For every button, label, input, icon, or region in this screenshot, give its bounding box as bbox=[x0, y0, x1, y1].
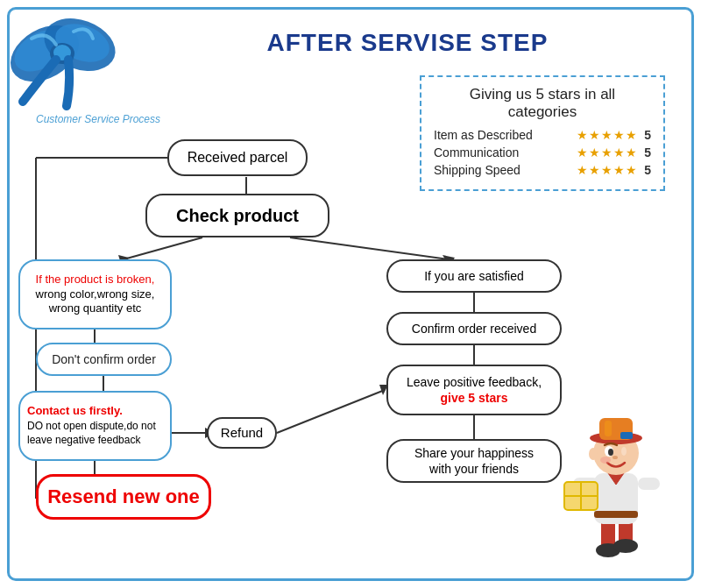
confirm-order-box: Confirm order received bbox=[386, 312, 562, 345]
dont-confirm-box: Don't confirm order bbox=[36, 343, 172, 376]
broken-product-box: If the product is broken, wrong color,wr… bbox=[18, 259, 172, 329]
shipping-num: 5 bbox=[641, 163, 651, 177]
feedback-red-text: give 5 stars bbox=[440, 390, 507, 406]
cs-process-label: Customer Service Process bbox=[36, 113, 160, 125]
svg-line-10 bbox=[124, 237, 202, 259]
item-stars: ★★★★★ bbox=[577, 128, 638, 142]
satisfied-box: If you are satisfied bbox=[386, 259, 562, 293]
contact-red-text: Contact us firstly. bbox=[27, 404, 123, 419]
svg-point-51 bbox=[621, 447, 627, 456]
satisfied-text: If you are satisfied bbox=[424, 268, 524, 284]
svg-point-52 bbox=[612, 456, 618, 459]
resend-text: Resend new one bbox=[47, 485, 200, 510]
bow-decoration bbox=[5, 5, 128, 110]
svg-point-50 bbox=[608, 449, 613, 456]
outer-border: AFTER SERVISE STEP Giving us 5 stars in … bbox=[7, 7, 694, 581]
dont-confirm-text: Don't confirm order bbox=[52, 351, 156, 367]
svg-rect-43 bbox=[638, 478, 660, 490]
svg-rect-38 bbox=[594, 511, 638, 518]
svg-line-12 bbox=[290, 237, 448, 259]
contact-box: Contact us firstly. DO not open dispute,… bbox=[18, 391, 172, 461]
svg-line-20 bbox=[277, 390, 385, 433]
shipping-label: Shipping Speed bbox=[434, 163, 520, 177]
delivery-person-illustration bbox=[556, 390, 669, 565]
shipping-stars: ★★★★★ bbox=[577, 163, 638, 177]
refund-text: Refund bbox=[221, 424, 263, 442]
broken-black-text: wrong color,wrong size,wrong quantity et… bbox=[36, 287, 155, 317]
page-title: AFTER SERVISE STEP bbox=[141, 29, 674, 57]
stars-box: Giving us 5 stars in all categories Item… bbox=[420, 75, 665, 191]
share-text: Share your happinesswith your friends bbox=[414, 445, 534, 477]
feedback-black-text: Leave positive feedback, bbox=[407, 374, 542, 390]
resend-box: Resend new one bbox=[36, 474, 211, 520]
refund-box: Refund bbox=[207, 417, 277, 449]
star-row-item: Item as Described ★★★★★ 5 bbox=[434, 128, 651, 142]
item-described-label: Item as Described bbox=[434, 128, 533, 142]
feedback-box: Leave positive feedback, give 5 stars bbox=[386, 365, 562, 415]
confirm-order-text: Confirm order received bbox=[412, 321, 536, 337]
communication-stars: ★★★★★ bbox=[577, 145, 638, 159]
svg-rect-48 bbox=[620, 432, 633, 439]
contact-black-text: DO not open dispute,do notleave negative… bbox=[27, 419, 156, 449]
stars-title: Giving us 5 stars in all categories bbox=[434, 86, 651, 121]
star-row-shipping: Shipping Speed ★★★★★ 5 bbox=[434, 163, 651, 177]
communication-num: 5 bbox=[641, 145, 651, 159]
received-parcel-box: Received parcel bbox=[167, 139, 308, 176]
svg-point-54 bbox=[589, 448, 598, 460]
svg-point-53 bbox=[600, 457, 611, 464]
check-product-text: Check product bbox=[176, 204, 299, 227]
share-box: Share your happinesswith your friends bbox=[386, 439, 562, 483]
received-parcel-text: Received parcel bbox=[188, 149, 288, 167]
broken-red-text: If the product is broken, bbox=[36, 273, 155, 287]
item-num: 5 bbox=[641, 128, 651, 142]
star-row-communication: Communication ★★★★★ 5 bbox=[434, 145, 651, 159]
check-product-box: Check product bbox=[145, 194, 329, 237]
communication-label: Communication bbox=[434, 145, 519, 159]
svg-rect-47 bbox=[605, 421, 612, 436]
svg-point-36 bbox=[613, 539, 638, 553]
